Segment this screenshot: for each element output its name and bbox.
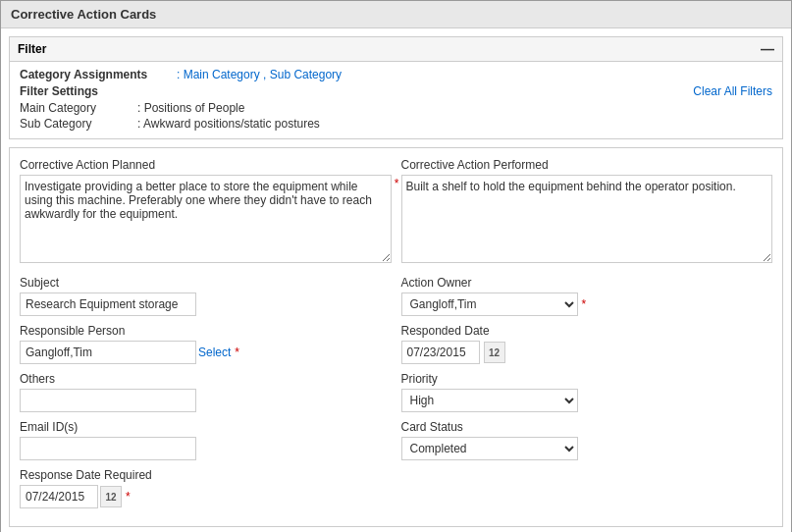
email-ids-label: Email ID(s) xyxy=(20,420,392,434)
main-category-value: : Positions of People xyxy=(137,101,244,115)
clear-all-filters-link[interactable]: Clear All Filters xyxy=(693,84,772,98)
action-owner-required: * xyxy=(582,297,587,311)
corrective-action-performed-label: Corrective Action Performed xyxy=(401,158,773,172)
action-owner-label: Action Owner xyxy=(401,276,773,290)
priority-section: Priority High Medium Low xyxy=(401,372,773,412)
filter-header: Filter — xyxy=(10,37,782,62)
category-assignments-row: Category Assignments : Main Category , S… xyxy=(20,68,772,81)
others-label: Others xyxy=(20,372,392,386)
responsible-person-label: Responsible Person xyxy=(20,324,392,338)
action-owner-select[interactable]: Gangloff,Tim xyxy=(401,293,578,316)
card-status-label: Card Status xyxy=(401,420,773,434)
page-title-bar: Corrective Action Cards xyxy=(1,1,791,28)
responsible-person-select-link[interactable]: Select xyxy=(198,346,231,359)
action-owner-wrapper: Gangloff,Tim * xyxy=(401,293,773,316)
filter-body: Category Assignments : Main Category , S… xyxy=(10,62,782,138)
email-ids-input[interactable] xyxy=(20,437,196,460)
responded-date-wrapper: 12 xyxy=(401,341,773,364)
form-left: Corrective Action Planned Investigate pr… xyxy=(20,158,392,516)
main-category-label: Main Category xyxy=(20,101,137,115)
corrective-action-planned-wrapper: Investigate providing a better place to … xyxy=(20,175,392,266)
corrective-action-performed-wrapper: Built a shelf to hold the equipment behi… xyxy=(401,175,773,266)
email-ids-section: Email ID(s) xyxy=(20,420,392,460)
others-section: Others xyxy=(20,372,392,412)
form-right: Corrective Action Performed Built a shel… xyxy=(401,158,773,516)
sub-category-value: : Awkward positions/static postures xyxy=(137,117,320,131)
form-area: Corrective Action Planned Investigate pr… xyxy=(9,147,783,527)
response-date-wrapper: 12 * xyxy=(20,485,392,508)
category-assignments-label: Category Assignments xyxy=(20,68,177,81)
others-input[interactable] xyxy=(20,389,196,412)
filter-settings-label: Filter Settings xyxy=(20,84,98,98)
subject-section: Subject xyxy=(20,276,392,316)
response-date-required-label: Response Date Required xyxy=(20,468,392,482)
subject-label: Subject xyxy=(20,276,392,290)
corrective-action-planned-required: * xyxy=(395,177,399,190)
filter-section-label: Filter xyxy=(18,42,46,56)
responded-date-calendar-icon[interactable]: 12 xyxy=(484,342,505,363)
corrective-action-performed-input[interactable]: Built a shelf to hold the equipment behi… xyxy=(401,175,773,263)
responded-date-input[interactable] xyxy=(401,341,480,364)
priority-label: Priority xyxy=(401,372,773,386)
response-date-required-star: * xyxy=(126,490,131,504)
responsible-person-section: Responsible Person Select * xyxy=(20,324,392,364)
response-date-input[interactable] xyxy=(20,485,98,508)
page-title: Corrective Action Cards xyxy=(11,7,156,22)
corrective-action-planned-section: Corrective Action Planned Investigate pr… xyxy=(20,158,392,266)
response-date-calendar-icon[interactable]: 12 xyxy=(100,486,122,507)
response-date-section: Response Date Required 12 * xyxy=(20,468,392,508)
responded-calendar-label: 12 xyxy=(489,347,500,358)
filter-section: Filter — Category Assignments : Main Cat… xyxy=(9,36,783,139)
collapse-button[interactable]: — xyxy=(761,41,774,57)
responded-date-section: Responded Date 12 xyxy=(401,324,773,364)
card-status-select[interactable]: Completed In Progress Open xyxy=(401,437,578,460)
sub-category-label: Sub Category xyxy=(20,117,137,131)
corrective-action-performed-section: Corrective Action Performed Built a shel… xyxy=(401,158,773,266)
responded-date-label: Responded Date xyxy=(401,324,773,338)
responsible-person-input[interactable] xyxy=(20,341,196,364)
action-owner-section: Action Owner Gangloff,Tim * xyxy=(401,276,773,316)
content-area: Filter — Category Assignments : Main Cat… xyxy=(1,36,791,527)
responsible-person-wrapper: Select * xyxy=(20,341,392,364)
corrective-action-planned-label: Corrective Action Planned xyxy=(20,158,392,172)
corrective-action-planned-input[interactable]: Investigate providing a better place to … xyxy=(20,175,392,263)
responsible-person-required: * xyxy=(235,346,239,359)
filter-settings-row: Filter Settings Clear All Filters xyxy=(20,84,772,98)
sub-category-row: Sub Category : Awkward positions/static … xyxy=(20,117,772,131)
subject-input[interactable] xyxy=(20,293,196,316)
card-status-section: Card Status Completed In Progress Open xyxy=(401,420,773,460)
priority-select[interactable]: High Medium Low xyxy=(401,389,578,412)
main-container: Corrective Action Cards Filter — Categor… xyxy=(0,0,792,532)
calendar-label: 12 xyxy=(105,492,116,503)
category-assignments-value[interactable]: : Main Category , Sub Category xyxy=(177,68,342,81)
main-category-row: Main Category : Positions of People xyxy=(20,101,772,115)
